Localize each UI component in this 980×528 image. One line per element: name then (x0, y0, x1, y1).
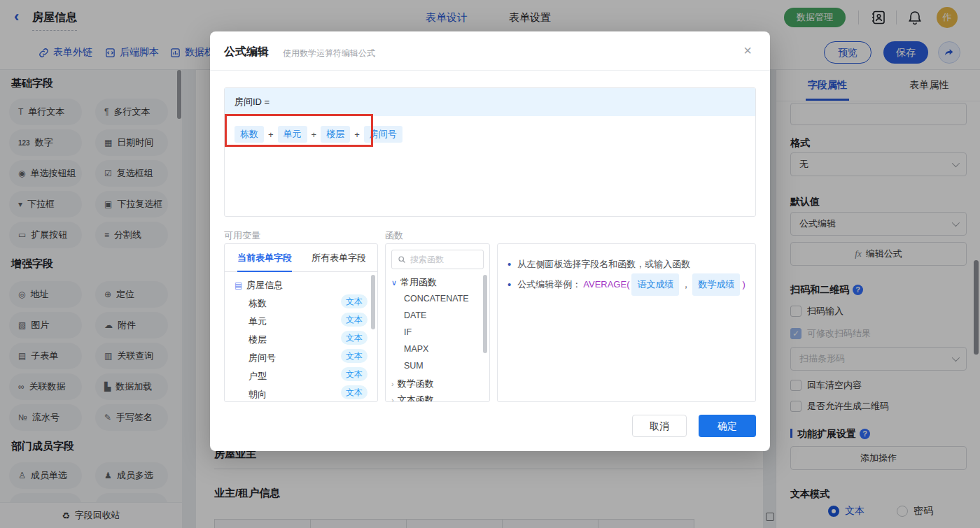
formula-token[interactable]: 栋数 (234, 126, 264, 143)
variables-scrollbar[interactable] (371, 275, 375, 329)
functions-panel: ∨常用函数 CONCATENATE DATE IF MAPX SUM ›数学函数… (385, 243, 490, 402)
confirm-button[interactable]: 确定 (699, 415, 756, 437)
formula-expression: 栋数 + 单元 + 楼层 + 房间号 (234, 126, 402, 143)
type-badge: 文本 (341, 385, 368, 399)
modal-subtitle: 使用数学运算符编辑公式 (283, 48, 375, 59)
variable-group-label: 房屋信息 (246, 279, 283, 292)
variable-name: 户型 (248, 370, 267, 383)
caret-down-icon: ∨ (391, 278, 397, 287)
help-line-2: • 公式编辑举例： AVERAGE( 语文成绩 ， 数学成绩 ) (507, 273, 746, 296)
operator: + (354, 129, 360, 140)
search-input[interactable] (410, 255, 470, 264)
function-group-label: 数学函数 (398, 378, 434, 389)
variable-row[interactable]: 栋数 (248, 297, 267, 310)
operator: + (312, 129, 317, 140)
variables-label: 可用变量 (224, 229, 260, 242)
functions-label: 函数 (385, 229, 403, 242)
caret-right-icon: › (391, 396, 394, 402)
close-icon[interactable]: × (743, 43, 752, 59)
type-badge: 文本 (341, 294, 368, 308)
functions-scrollbar[interactable] (483, 275, 487, 353)
function-item[interactable]: CONCATENATE (404, 294, 469, 304)
cancel-button[interactable]: 取消 (632, 415, 687, 437)
function-item[interactable]: MAPX (404, 344, 428, 354)
bullet-icon: • (507, 255, 511, 273)
variable-name: 房间号 (248, 352, 276, 364)
example-arg-chip: 数学成绩 (692, 273, 740, 296)
variables-tabs: 当前表单字段 所有表单字段 (225, 244, 377, 272)
function-group-label: 文本函数 (398, 394, 434, 402)
help-panel: • 从左侧面板选择字段名和函数，或输入函数 • 公式编辑举例： AVERAGE(… (497, 243, 756, 402)
variable-row[interactable]: 户型 (248, 370, 267, 383)
formula-token[interactable]: 单元 (278, 126, 307, 143)
variable-row[interactable]: 单元 (248, 315, 267, 328)
variable-row[interactable]: 房间号 (248, 352, 276, 364)
variable-name: 朝向 (248, 388, 267, 401)
app-root: ‹ 房屋信息 表单设计 表单设置 数据管理 作 表单外链 后端脚本 数据权限 预… (0, 0, 980, 528)
function-group-label: 常用函数 (400, 277, 437, 287)
function-name: SUM (404, 361, 424, 371)
variable-row[interactable]: 楼层 (248, 334, 267, 346)
function-name: DATE (404, 311, 426, 320)
variable-row[interactable]: 朝向 (248, 388, 267, 401)
tab-current-form-fields[interactable]: 当前表单字段 (237, 244, 292, 272)
comma: ， (681, 276, 690, 294)
tab-all-form-fields[interactable]: 所有表单字段 (312, 244, 366, 272)
help-text: 从左侧面板选择字段名和函数，或输入函数 (517, 255, 690, 273)
function-name: CONCATENATE (404, 294, 469, 304)
example-function-close: ) (742, 276, 745, 294)
function-name: MAPX (404, 344, 428, 354)
variables-panel: 当前表单字段 所有表单字段 ▤ 房屋信息 栋数 文本 单元 文本 楼层 文本 房… (224, 243, 378, 402)
search-icon (398, 255, 406, 264)
function-search[interactable] (391, 250, 484, 269)
caret-right-icon: › (391, 380, 394, 388)
type-badge: 文本 (341, 331, 368, 345)
function-group-common[interactable]: ∨常用函数 (391, 276, 437, 289)
modal-title: 公式编辑 (224, 45, 269, 59)
function-item[interactable]: DATE (404, 311, 426, 320)
variable-group-row[interactable]: ▤ 房屋信息 (234, 279, 283, 292)
formula-token[interactable]: 楼层 (321, 126, 350, 143)
form-doc-icon: ▤ (234, 280, 242, 290)
function-item[interactable]: SUM (404, 361, 424, 371)
function-group-math[interactable]: ›数学函数 (391, 378, 434, 390)
type-badge: 文本 (341, 349, 368, 363)
function-name: IF (404, 327, 412, 337)
formula-editor[interactable]: 房间ID = 栋数 + 单元 + 楼层 + 房间号 (224, 87, 756, 217)
divider (210, 70, 770, 71)
type-badge: 文本 (341, 313, 368, 327)
example-function: AVERAGE( (583, 276, 629, 294)
bullet-icon: • (507, 276, 511, 294)
function-item[interactable]: IF (404, 327, 412, 337)
type-badge: 文本 (341, 367, 368, 381)
help-text: 公式编辑举例： (517, 276, 581, 294)
variable-name: 栋数 (248, 297, 267, 310)
example-arg-chip: 语文成绩 (631, 273, 679, 296)
operator: + (268, 129, 274, 140)
formula-target: 房间ID = (225, 88, 755, 116)
variable-name: 楼层 (248, 334, 267, 346)
formula-token[interactable]: 房间号 (364, 126, 402, 143)
function-group-text[interactable]: ›文本函数 (391, 394, 434, 402)
formula-edit-modal: 公式编辑 使用数学运算符编辑公式 × 房间ID = 栋数 + 单元 + 楼层 +… (210, 31, 770, 451)
help-line-1: • 从左侧面板选择字段名和函数，或输入函数 (507, 255, 746, 273)
variable-name: 单元 (248, 315, 267, 328)
